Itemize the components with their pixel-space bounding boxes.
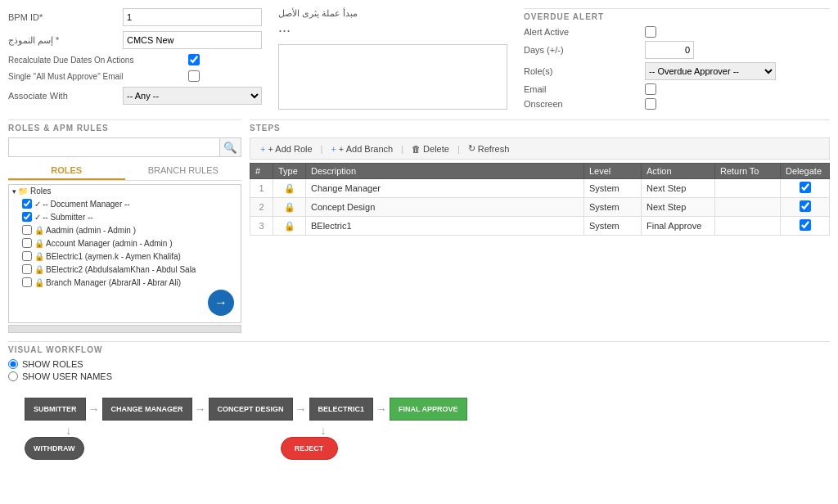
refresh-button[interactable]: ↻ Refresh (463, 142, 515, 155)
tree-item-label: BElectric2 (AbdulsalamKhan - Abdul Sala (46, 265, 196, 274)
tab-branch-rules[interactable]: BRANCH RULES (125, 162, 242, 180)
down-arrow-reject: ↓ (321, 424, 327, 437)
tree-root[interactable]: ▾ 📁 Roles (9, 185, 241, 197)
row-level: System (584, 198, 642, 217)
tree-item-label: -- Document Manager -- (43, 200, 130, 209)
single-email-checkbox[interactable] (188, 70, 200, 82)
role-checkbox-branch-mgr[interactable] (22, 277, 32, 287)
row-description: Change Manager (306, 179, 584, 198)
row-delegate (781, 179, 830, 198)
lock-icon: 🔒 (34, 265, 44, 274)
check-mark-icon: ✓ (34, 213, 41, 222)
list-item[interactable]: 🔒 Aadmin (admin - Admin ) (9, 223, 241, 236)
plus-branch-icon: + (331, 144, 336, 154)
role-checkbox-belectric1[interactable] (22, 251, 32, 261)
list-item[interactable]: 🔒 BElectric1 (aymen.k - Aymen Khalifa) (9, 250, 241, 263)
role-checkbox-aadmin[interactable] (22, 225, 32, 235)
add-role-button[interactable]: + + Add Role (255, 142, 318, 155)
flow-arrow-3: → (293, 403, 309, 416)
list-item[interactable]: ✓ -- Submitter -- (9, 210, 241, 223)
search-icon: 🔍 (223, 142, 237, 154)
days-label: Days (+/-) (524, 45, 638, 55)
col-num: # (250, 164, 273, 179)
role-checkbox-belectric2[interactable] (22, 264, 32, 274)
associate-with-label: Associate With (8, 91, 123, 101)
col-description: Description (306, 164, 584, 179)
days-input[interactable] (645, 41, 694, 59)
tree-item-label: BElectric1 (aymen.k - Aymen Khalifa) (46, 252, 181, 261)
arabic-textarea[interactable] (278, 44, 507, 110)
add-role-label: + Add Role (268, 144, 312, 154)
trash-icon: 🗑 (412, 144, 421, 154)
row-action: Next Step (642, 179, 715, 198)
expand-icon: ▾ (12, 187, 16, 196)
delegate-checkbox-3[interactable] (800, 219, 811, 231)
flow-arrow-2: → (192, 403, 209, 416)
delete-label: Delete (423, 144, 449, 154)
row-num: 1 (250, 179, 273, 198)
toolbar-sep-1: | (321, 144, 323, 154)
horizontal-scrollbar[interactable] (8, 325, 241, 333)
toolbar-sep-3: | (457, 144, 460, 154)
tree-root-label: Roles (30, 187, 52, 196)
add-to-steps-button[interactable]: → (208, 290, 234, 316)
role-checkbox-account-mgr[interactable] (22, 238, 32, 248)
flow-arrow-1: → (86, 403, 102, 416)
role-checkbox-doc-manager[interactable] (22, 199, 32, 209)
lock-icon: 🔒 (34, 239, 44, 248)
row-delegate (781, 198, 830, 217)
row-return-to (715, 198, 781, 217)
col-return-to: Return To (715, 164, 781, 179)
toolbar-sep-2: | (401, 144, 403, 154)
show-usernames-radio[interactable] (8, 371, 18, 381)
table-row: 1 🔒 Change Manager System Next Step (250, 179, 830, 198)
name-input[interactable] (123, 31, 262, 49)
check-mark-icon: ✓ (34, 200, 41, 209)
col-type: Type (273, 164, 306, 179)
tab-roles[interactable]: ROLES (8, 162, 125, 180)
alert-active-checkbox[interactable] (645, 26, 656, 38)
plus-role-icon: + (260, 144, 265, 154)
roles-search-input[interactable] (8, 137, 220, 157)
show-roles-label: SHOW ROLES (22, 359, 83, 369)
row-type: 🔒 (273, 217, 306, 236)
row-description: Concept Design (306, 198, 584, 217)
email-overdue-checkbox[interactable] (645, 83, 656, 95)
name-label: إسم النموذج * (8, 35, 123, 46)
delete-button[interactable]: 🗑 Delete (407, 142, 454, 155)
steps-panel-title: STEPS (250, 119, 830, 133)
down-arrow-submitter: ↓ (65, 424, 71, 437)
row-description: BElectric1 (306, 217, 584, 236)
onscreen-label: Onscreen (524, 99, 638, 109)
bpm-id-input[interactable] (123, 8, 262, 26)
steps-table: # Type Description Level Action Return T… (250, 163, 830, 236)
col-delegate: Delegate (781, 164, 830, 179)
list-item[interactable]: ✓ -- Document Manager -- (9, 197, 241, 210)
row-action: Next Step (642, 198, 715, 217)
row-num: 3 (250, 217, 273, 236)
recalculate-checkbox[interactable] (188, 54, 200, 65)
workflow-diagram: SUBMITTER → CHANGE MANAGER → CONCEPT DES… (8, 389, 830, 473)
list-item[interactable]: 🔒 Account Manager (admin - Admin ) (9, 236, 241, 250)
lock-icon: 🔒 (34, 226, 44, 235)
row-num: 2 (250, 198, 273, 217)
roles-panel-title: ROLES & APM RULES (8, 119, 241, 133)
overdue-approver-select[interactable]: -- Overdue Approver -- (645, 62, 776, 80)
list-item[interactable]: 🔒 Branch Manager (AbrarAll - Abrar Ali) (9, 276, 241, 289)
refresh-icon: ↻ (468, 143, 475, 154)
dots-menu-button[interactable]: ··· (278, 22, 291, 39)
bpm-id-label: BPM ID* (8, 12, 123, 22)
wf-node-belectric1: BELECTRIC1 (309, 398, 374, 421)
roles-search-button[interactable]: 🔍 (220, 137, 241, 157)
tree-item-label: Branch Manager (AbrarAll - Abrar Ali) (46, 278, 181, 287)
show-roles-radio[interactable] (8, 359, 18, 369)
onscreen-checkbox[interactable] (645, 98, 656, 110)
wf-node-final-approve: FINAL APPROVE (390, 398, 467, 421)
add-branch-button[interactable]: + + Add Branch (326, 142, 398, 155)
associate-with-select[interactable]: -- Any -- (123, 87, 262, 105)
role-checkbox-submitter[interactable] (22, 212, 32, 222)
col-action: Action (642, 164, 715, 179)
delegate-checkbox-1[interactable] (800, 182, 811, 193)
delegate-checkbox-2[interactable] (800, 200, 811, 212)
list-item[interactable]: 🔒 BElectric2 (AbdulsalamKhan - Abdul Sal… (9, 263, 241, 276)
